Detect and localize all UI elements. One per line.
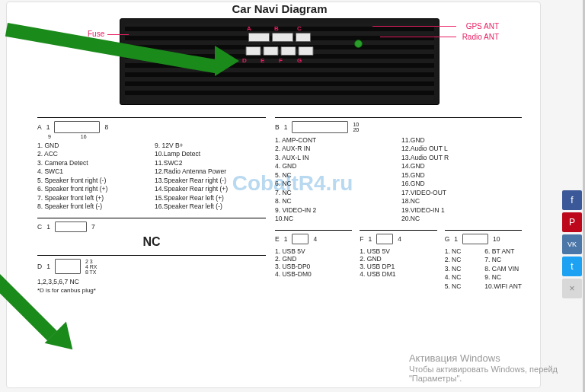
share-vk-button[interactable]: VK (562, 234, 582, 254)
green-dot-icon (354, 40, 363, 48)
diagram-card: Car Navi Diagram A B C D E F G Fu (6, 2, 541, 388)
connector-A (248, 33, 270, 42)
pinout-grid: A 1 8 9 16 1. GND 2. AC (37, 117, 522, 300)
block-F: F 1 4 1. USB 5V 2. GND 3. USB DP1 4. USB… (360, 230, 436, 291)
connector-F (281, 46, 296, 56)
diagram-title: Car Navi Diagram (37, 2, 522, 15)
block-E: E 1 4 1. USB 5V 2. GND 3. USB-DP0 4. USB… (275, 230, 352, 291)
share-facebook-button[interactable]: f (562, 190, 582, 210)
share-sidebar: f P VK t × (562, 190, 582, 298)
share-close-button[interactable]: × (562, 279, 582, 298)
share-pinterest-button[interactable]: P (562, 212, 582, 232)
connector-icon-E (292, 234, 308, 244)
block-C: C 1 7 NC (37, 218, 266, 249)
connector-C (296, 33, 311, 42)
block-D: D 1 2 3 4 RX 8 TX 1,2,3,5,6,7 NC *D is f… (37, 255, 266, 294)
radio-ant-label: Radio ANT (462, 33, 499, 41)
connector-icon-B (292, 121, 348, 133)
connector-B (272, 33, 293, 42)
connector-icon-G (462, 234, 488, 244)
block-D-note: *D is for canbus plug* (37, 287, 266, 294)
block-A: A 1 8 9 16 1. GND 2. AC (37, 117, 266, 212)
arrow-top-head-icon (215, 46, 239, 76)
connector-icon-C (55, 221, 87, 232)
gps-ant-label: GPS ANT (466, 22, 499, 30)
windows-activation-overlay: Активация Windows Чтобы активировать Win… (409, 352, 558, 383)
connector-icon-D (55, 259, 81, 274)
connector-D (246, 46, 261, 56)
block-C-nc: NC (37, 235, 266, 249)
share-twitter-button[interactable]: t (562, 257, 582, 276)
connector-icon-A (54, 121, 100, 133)
connector-icon-F (376, 234, 393, 244)
block-B: B 1 10 20 1. AMP-CONT 2. AUX-R IN 3. AUX… (275, 117, 522, 224)
connector-G (299, 46, 314, 56)
connector-E (264, 46, 279, 56)
block-G: G 1 10 1. NC 2. NC 3. NC 4. NC 5. NC (445, 230, 522, 291)
